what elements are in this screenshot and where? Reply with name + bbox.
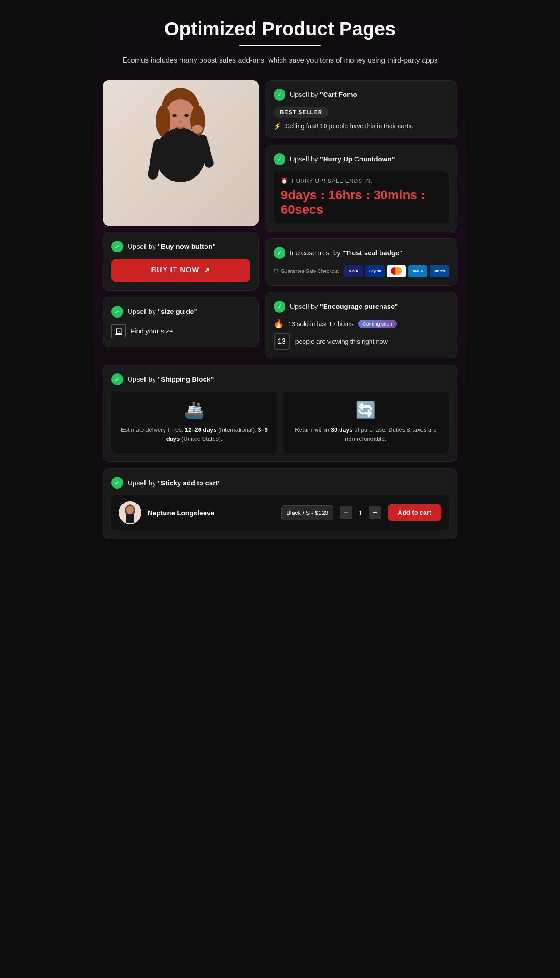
selling-fast-text: ⚡ Selling fast! 10 people have this in t… bbox=[274, 122, 449, 130]
trust-title: Increase trust by "Trust seal badge" bbox=[290, 249, 403, 257]
check-icon-7: ✓ bbox=[111, 373, 123, 385]
viewers-count: 13 bbox=[274, 333, 290, 350]
quantity-control: − 1 + bbox=[340, 506, 381, 519]
sticky-header: ✓ Upsell by "Sticky add to cart" bbox=[111, 477, 449, 489]
countdown-box: ⏰ HURRY UP! SALE ENDS IN: 9days : 16hrs … bbox=[274, 171, 449, 223]
cart-fomo-card: ✓ Upsell by "Cart Fomo BEST SELLER ⚡ Sel… bbox=[265, 80, 457, 138]
return-text: Return within 30 days of purchase. Dutie… bbox=[290, 425, 441, 444]
svg-point-8 bbox=[192, 125, 203, 134]
visa-icon: VISA bbox=[344, 265, 363, 277]
qty-value: 1 bbox=[356, 509, 365, 517]
shield-icon: 🛡 bbox=[274, 268, 279, 274]
delivery-text: Estimate delivery times: 12–26 days (Int… bbox=[119, 425, 270, 444]
viewers-row: 13 people are viewing this right now bbox=[274, 333, 449, 350]
svg-point-10 bbox=[184, 114, 189, 117]
sticky-title: Upsell by "Sticky add to cart" bbox=[128, 479, 221, 487]
encourage-card: ✓ Upsell by "Encougrage purchase" 🔥 13 s… bbox=[265, 292, 457, 358]
delivery-item: 🚢 Estimate delivery times: 12–26 days (I… bbox=[111, 392, 277, 454]
buy-now-card: ✓ Upsell by "Buy now button" BUY IT NOW … bbox=[103, 232, 259, 291]
svg-point-5 bbox=[155, 128, 205, 182]
size-guide-card: ✓ Upsell by "size guide" ⊡ Find your siz… bbox=[103, 297, 259, 347]
qty-decrease-button[interactable]: − bbox=[340, 506, 352, 519]
sticky-product-svg bbox=[119, 501, 141, 524]
payment-icons: VISA PayPal AMEX Diners bbox=[344, 265, 449, 277]
clock-icon: ⏰ bbox=[281, 178, 288, 184]
page-wrapper: Optimized Product Pages Ecomus includes … bbox=[94, 0, 466, 564]
hurry-countdown-card: ✓ Upsell by "Hurry Up Countdown" ⏰ HURRY… bbox=[265, 145, 457, 232]
cart-fomo-title: Upsell by "Cart Fomo bbox=[290, 91, 357, 98]
encourage-title: Upsell by "Encougrage purchase" bbox=[290, 302, 398, 310]
return-icon: 🔄 bbox=[290, 401, 441, 420]
main-grid: ✓ Upsell by "Buy now button" BUY IT NOW … bbox=[103, 80, 457, 358]
check-icon-3: ✓ bbox=[274, 89, 285, 101]
header: Optimized Product Pages Ecomus includes … bbox=[103, 18, 457, 66]
size-guide-header: ✓ Upsell by "size guide" bbox=[111, 306, 250, 318]
shipping-grid: 🚢 Estimate delivery times: 12–26 days (I… bbox=[111, 392, 449, 454]
shipping-card: ✓ Upsell by "Shipping Block" 🚢 Estimate … bbox=[103, 365, 457, 462]
sticky-product-name: Neptune Longsleeve bbox=[148, 509, 275, 517]
diners-icon: Diners bbox=[430, 265, 449, 277]
variant-select[interactable]: Black / S - $120 bbox=[281, 505, 333, 520]
check-icon-4: ✓ bbox=[274, 153, 285, 165]
right-column: ✓ Upsell by "Cart Fomo BEST SELLER ⚡ Sel… bbox=[265, 80, 457, 358]
guarantee-text: 🛡 Guarantee Safe Checkout bbox=[274, 268, 339, 274]
shipping-title: Upsell by "Shipping Block" bbox=[128, 375, 214, 383]
sticky-cart-card: ✓ Upsell by "Sticky add to cart" Neptun bbox=[103, 468, 457, 539]
bolt-icon: ⚡ bbox=[274, 122, 281, 130]
check-icon-2: ✓ bbox=[111, 306, 123, 318]
header-subtitle: Ecomus includes many boost sales add-ons… bbox=[103, 55, 457, 66]
trust-content: 🛡 Guarantee Safe Checkout VISA PayPal A bbox=[274, 265, 449, 277]
amex-icon: AMEX bbox=[408, 265, 427, 277]
encourage-header: ✓ Upsell by "Encougrage purchase" bbox=[274, 301, 449, 313]
header-divider bbox=[239, 45, 321, 46]
check-icon-8: ✓ bbox=[111, 477, 123, 489]
size-guide-link[interactable]: ⊡ Find your size bbox=[111, 324, 250, 338]
page-title: Optimized Product Pages bbox=[103, 18, 457, 40]
cart-fomo-header: ✓ Upsell by "Cart Fomo bbox=[274, 89, 449, 101]
svg-rect-18 bbox=[126, 514, 134, 523]
mastercard-icon bbox=[387, 265, 406, 277]
hurry-title: Upsell by "Hurry Up Countdown" bbox=[290, 155, 395, 163]
check-icon: ✓ bbox=[111, 241, 123, 252]
return-item: 🔄 Return within 30 days of purchase. Dut… bbox=[283, 392, 449, 454]
svg-point-17 bbox=[126, 506, 134, 514]
countdown-timer: 9days : 16hrs : 30mins : 60secs bbox=[281, 188, 441, 217]
check-icon-6: ✓ bbox=[274, 301, 285, 313]
hurry-label: ⏰ HURRY UP! SALE ENDS IN: bbox=[281, 178, 441, 184]
svg-point-11 bbox=[179, 120, 182, 124]
shipping-header: ✓ Upsell by "Shipping Block" bbox=[111, 373, 449, 385]
trust-seal-card: ✓ Increase trust by "Trust seal badge" 🛡… bbox=[265, 238, 457, 286]
sticky-bar: Neptune Longsleeve Black / S - $120 − 1 … bbox=[111, 495, 449, 530]
hurry-header: ✓ Upsell by "Hurry Up Countdown" bbox=[274, 153, 449, 165]
size-guide-title: Upsell by "size guide" bbox=[128, 308, 197, 315]
check-icon-5: ✓ bbox=[274, 247, 285, 259]
fire-icon: 🔥 bbox=[274, 319, 284, 329]
svg-point-9 bbox=[172, 114, 177, 117]
paypal-icon: PayPal bbox=[365, 265, 385, 277]
trust-header: ✓ Increase trust by "Trust seal badge" bbox=[274, 247, 449, 259]
qty-increase-button[interactable]: + bbox=[369, 506, 381, 519]
sold-row: 🔥 13 sold in last 17 hours Coming soon bbox=[274, 319, 449, 329]
sticky-product-img bbox=[119, 501, 141, 524]
best-seller-badge: BEST SELLER bbox=[274, 107, 449, 122]
product-placeholder bbox=[103, 80, 259, 226]
ship-icon: 🚢 bbox=[119, 401, 270, 420]
woman-svg bbox=[135, 85, 226, 221]
left-column: ✓ Upsell by "Buy now button" BUY IT NOW … bbox=[103, 80, 259, 358]
size-icon: ⊡ bbox=[111, 324, 126, 338]
buy-now-header: ✓ Upsell by "Buy now button" bbox=[111, 241, 250, 252]
buy-now-button[interactable]: BUY IT NOW ↗ bbox=[111, 259, 250, 282]
product-image bbox=[103, 80, 259, 226]
buy-now-title: Upsell by "Buy now button" bbox=[128, 242, 215, 250]
add-to-cart-button[interactable]: Add to cart bbox=[388, 504, 441, 521]
